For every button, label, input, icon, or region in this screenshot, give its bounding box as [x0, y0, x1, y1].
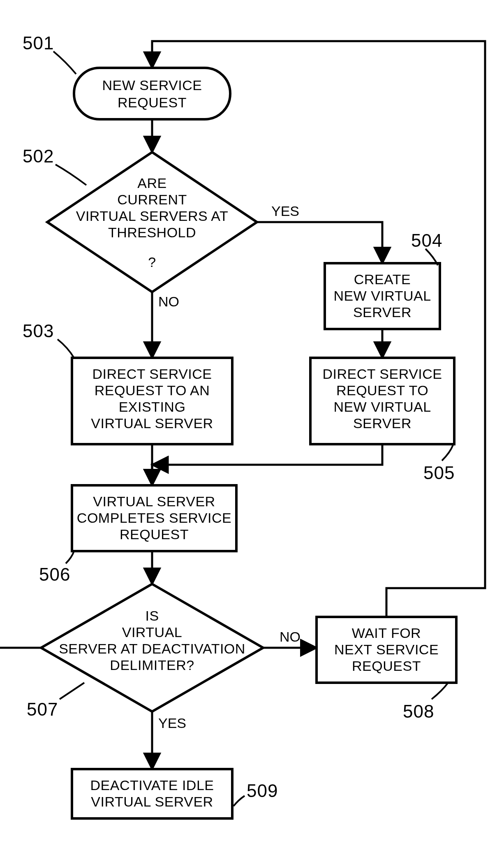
ref-hook-503	[58, 339, 74, 358]
ref-label-503: 503	[23, 321, 54, 341]
node-501-line1: NEW SERVICE	[102, 77, 202, 93]
ref-label-504: 504	[411, 230, 442, 250]
node-502-line5: ?	[148, 254, 156, 270]
node-508-line2: NEXT SERVICE	[334, 642, 439, 657]
edge-label-no-2: NO	[280, 629, 301, 644]
node-505-line4: SERVER	[353, 415, 412, 431]
ref-label-501: 501	[23, 33, 54, 53]
ref-label-507: 507	[27, 699, 58, 719]
ref-label-502: 502	[23, 146, 54, 166]
ref-hook-506	[66, 551, 74, 563]
node-509: DEACTIVATE IDLE VIRTUAL SERVER	[72, 769, 232, 818]
node-504-line2: NEW VIRTUAL	[333, 288, 431, 304]
node-505-line2: REQUEST TO	[336, 382, 428, 398]
ref-hook-501	[53, 51, 76, 74]
ref-label-506: 506	[39, 564, 70, 584]
edge-label-yes-2: YES	[158, 715, 186, 731]
node-502-line3: VIRTUAL SERVERS AT	[76, 208, 229, 224]
node-505-line3: NEW VIRTUAL	[333, 399, 431, 415]
node-507-line3: SERVER AT DEACTIVATION	[59, 641, 245, 656]
ref-label-505: 505	[423, 463, 455, 483]
node-502-line1: ARE	[137, 175, 166, 191]
node-508-line3: REQUEST	[352, 658, 421, 674]
ref-hook-502	[55, 165, 86, 185]
node-509-line1: DEACTIVATE IDLE	[90, 777, 214, 793]
edge-505-merge	[152, 444, 382, 465]
node-502-line4: THRESHOLD	[108, 225, 196, 240]
ref-hook-505	[442, 445, 453, 461]
node-507-line1: IS	[145, 608, 159, 623]
node-504: CREATE NEW VIRTUAL SERVER	[325, 263, 440, 329]
ref-label-509: 509	[247, 781, 278, 801]
edge-502-504	[257, 222, 382, 263]
node-505-line1: DIRECT SERVICE	[322, 366, 442, 382]
node-507-line4: DELIMITER?	[110, 657, 194, 673]
node-506: VIRTUAL SERVER COMPLETES SERVICE REQUEST	[72, 485, 236, 551]
flowchart-svg: YES NO NO YES NEW SERVICE REQUEST ARE CU…	[0, 0, 504, 846]
node-508: WAIT FOR NEXT SERVICE REQUEST	[317, 617, 456, 683]
node-501: NEW SERVICE REQUEST	[74, 68, 230, 119]
node-506-line3: REQUEST	[120, 526, 189, 542]
ref-hook-508	[432, 683, 448, 699]
node-509-line2: VIRTUAL SERVER	[91, 794, 213, 809]
node-507: IS VIRTUAL SERVER AT DEACTIVATION DELIMI…	[41, 584, 263, 712]
node-503-line1: DIRECT SERVICE	[92, 366, 212, 382]
node-502: ARE CURRENT VIRTUAL SERVERS AT THRESHOLD…	[47, 152, 257, 292]
edge-label-yes-1: YES	[271, 203, 299, 219]
ref-hook-507	[60, 683, 84, 699]
node-506-line1: VIRTUAL SERVER	[93, 494, 215, 509]
ref-hook-509	[234, 796, 245, 806]
node-502-line2: CURRENT	[117, 192, 187, 207]
node-501-line2: REQUEST	[118, 95, 187, 110]
node-503: DIRECT SERVICE REQUEST TO AN EXISTING VI…	[72, 358, 232, 444]
edge-label-no-1: NO	[158, 294, 179, 309]
node-503-line2: REQUEST TO AN	[95, 382, 210, 398]
node-506-line2: COMPLETES SERVICE	[77, 510, 231, 526]
node-504-line1: CREATE	[354, 271, 411, 287]
node-503-line3: EXISTING	[119, 399, 186, 415]
node-507-line2: VIRTUAL	[122, 624, 182, 640]
node-508-line1: WAIT FOR	[352, 625, 421, 641]
node-505: DIRECT SERVICE REQUEST TO NEW VIRTUAL SE…	[310, 358, 454, 444]
svg-rect-0	[74, 68, 230, 119]
node-504-line3: SERVER	[353, 304, 412, 320]
node-503-line4: VIRTUAL SERVER	[91, 415, 213, 431]
ref-label-508: 508	[403, 701, 434, 721]
